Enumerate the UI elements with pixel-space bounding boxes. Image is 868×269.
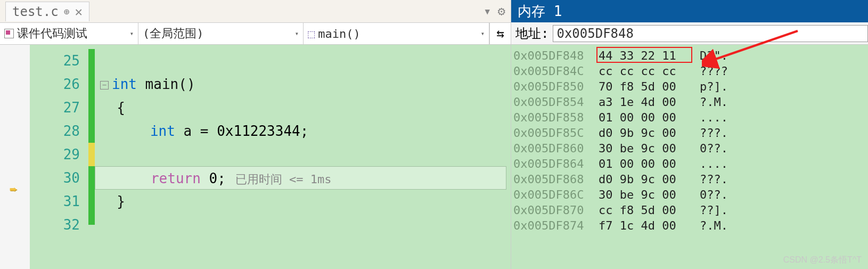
project-dropdown[interactable]: 课件代码测试 ▾: [0, 23, 138, 44]
memory-ascii: ....: [700, 156, 728, 172]
function-icon: ⬚: [308, 27, 315, 40]
dropdown-caret-icon[interactable]: ▾: [484, 4, 491, 19]
watermark: CSDN @2.5条悟T^T: [783, 255, 862, 266]
code-line-current: return 0;已用时间 <= 1ms: [95, 166, 506, 190]
memory-address: 0x005DF850: [513, 79, 599, 94]
memory-row: 0x005DF84Ccc cc cc cc????: [513, 63, 868, 79]
memory-ascii: ????: [700, 63, 728, 79]
scope-label: (全局范围): [143, 26, 204, 42]
memory-address-bar: 地址:: [511, 22, 868, 45]
memory-address: 0x005DF86C: [513, 187, 599, 202]
memory-row: 0x005DF85Cd0 9b 9c 00???.: [513, 125, 868, 141]
pin-icon[interactable]: ⊕: [64, 6, 70, 17]
function-name: main(): [318, 27, 360, 40]
memory-bytes: 30 be 9c 00: [599, 141, 700, 156]
chevron-down-icon: ▾: [481, 30, 485, 37]
code-line: [95, 213, 511, 237]
code-line: −int main(): [95, 72, 511, 96]
memory-panel-title: 内存 1: [511, 0, 868, 22]
chevron-down-icon: ▾: [130, 30, 134, 37]
memory-bytes: d0 9b 9c 00: [599, 172, 700, 187]
memory-bytes: 01 00 00 00: [599, 110, 700, 125]
memory-bytes: 70 f8 5d 00: [599, 79, 700, 94]
line-number: 27: [30, 96, 80, 119]
chevron-down-icon: ▾: [295, 30, 299, 37]
memory-ascii: ?.M.: [700, 218, 728, 233]
nav-dropdown-bar: 课件代码测试 ▾ (全局范围) ▾ ⬚ main() ▾ ⇆: [0, 22, 511, 45]
perf-tip[interactable]: 已用时间 <= 1ms: [235, 173, 332, 186]
line-number: 30: [30, 166, 80, 190]
memory-row: 0x005DF85801 00 00 00....: [513, 110, 868, 125]
memory-row: 0x005DF86C30 be 9c 000??.: [513, 187, 868, 202]
memory-row: 0x005DF86030 be 9c 000??.: [513, 141, 868, 156]
project-name: 课件代码测试: [17, 26, 87, 42]
memory-address: 0x005DF864: [513, 156, 599, 172]
line-number: 32: [30, 213, 80, 237]
memory-ascii: p?].: [700, 79, 728, 94]
memory-bytes: f7 1c 4d 00: [599, 218, 700, 233]
memory-ascii: ....: [700, 110, 728, 125]
memory-bytes: 30 be 9c 00: [599, 187, 700, 202]
gear-icon[interactable]: ⚙: [498, 4, 505, 19]
line-number: 29: [30, 143, 80, 166]
split-icon: ⇆: [496, 26, 504, 41]
code-line: [95, 49, 511, 72]
memory-row: 0x005DF86401 00 00 00....: [513, 156, 868, 172]
memory-ascii: ??].: [700, 202, 728, 218]
close-icon[interactable]: ✕: [75, 4, 83, 19]
project-icon: [4, 29, 14, 38]
memory-bytes: 44 33 22 11: [599, 48, 700, 63]
memory-address: 0x005DF85C: [513, 125, 599, 141]
breakpoint-gutter[interactable]: ➨: [0, 45, 30, 269]
tab-filename: test.c: [12, 4, 59, 19]
memory-ascii: ?.M.: [700, 94, 728, 110]
memory-bytes: cc cc cc cc: [599, 63, 700, 79]
execution-pointer-icon: ➨: [10, 182, 17, 197]
split-toggle-button[interactable]: ⇆: [489, 23, 511, 44]
memory-ascii: ???.: [700, 172, 728, 187]
code-line: [95, 143, 511, 166]
memory-row: 0x005DF868d0 9b 9c 00???.: [513, 172, 868, 187]
memory-row: 0x005DF854a3 1e 4d 00?.M.: [513, 94, 868, 110]
memory-ascii: D3".: [700, 48, 728, 63]
memory-address: 0x005DF860: [513, 141, 599, 156]
code-line: {: [95, 96, 511, 119]
line-number: 26: [30, 72, 80, 96]
line-number: 28: [30, 119, 80, 143]
memory-bytes: 01 00 00 00: [599, 156, 700, 172]
code-line: int a = 0x11223344;: [95, 119, 511, 143]
memory-address: 0x005DF874: [513, 218, 599, 233]
memory-ascii: 0??.: [700, 141, 728, 156]
memory-ascii: ???.: [700, 125, 728, 141]
tab-bar: test.c ⊕ ✕ ▾ ⚙: [0, 0, 511, 22]
memory-bytes: a3 1e 4d 00: [599, 94, 700, 110]
editor-pane: test.c ⊕ ✕ ▾ ⚙ 课件代码测试 ▾ (全局范围) ▾ ⬚ main(…: [0, 0, 511, 269]
line-number: 25: [30, 49, 80, 72]
line-number-gutter: 2526272829303132: [30, 45, 88, 269]
fold-minus-icon[interactable]: −: [100, 81, 109, 89]
line-number: 31: [30, 190, 80, 213]
memory-bytes: d0 9b 9c 00: [599, 125, 700, 141]
memory-pane: 内存 1 地址: 0x005DF84844 33 22 11D3".0x005D…: [511, 0, 868, 269]
address-label: 地址:: [515, 25, 548, 42]
memory-dump[interactable]: 0x005DF84844 33 22 11D3".0x005DF84Ccc cc…: [511, 45, 868, 269]
memory-row: 0x005DF85070 f8 5d 00p?].: [513, 79, 868, 94]
scope-dropdown[interactable]: (全局范围) ▾: [138, 23, 304, 44]
memory-address: 0x005DF84C: [513, 63, 599, 79]
memory-address: 0x005DF870: [513, 202, 599, 218]
code-area[interactable]: ➨ 2526272829303132 −int main() { int a =…: [0, 45, 511, 269]
memory-ascii: 0??.: [700, 187, 728, 202]
function-dropdown[interactable]: ⬚ main() ▾: [304, 23, 489, 44]
memory-address: 0x005DF854: [513, 94, 599, 110]
memory-row: 0x005DF84844 33 22 11D3".: [513, 48, 868, 63]
memory-address: 0x005DF868: [513, 172, 599, 187]
memory-address-input[interactable]: [553, 25, 868, 42]
memory-bytes: cc f8 5d 00: [599, 202, 700, 218]
code-content[interactable]: −int main() { int a = 0x11223344; return…: [95, 45, 511, 269]
memory-address: 0x005DF848: [513, 48, 599, 63]
memory-row: 0x005DF870cc f8 5d 00??].: [513, 202, 868, 218]
memory-row: 0x005DF874f7 1c 4d 00?.M.: [513, 218, 868, 233]
code-line: }: [95, 190, 511, 213]
tab-file[interactable]: test.c ⊕ ✕: [5, 2, 89, 21]
memory-address: 0x005DF858: [513, 110, 599, 125]
